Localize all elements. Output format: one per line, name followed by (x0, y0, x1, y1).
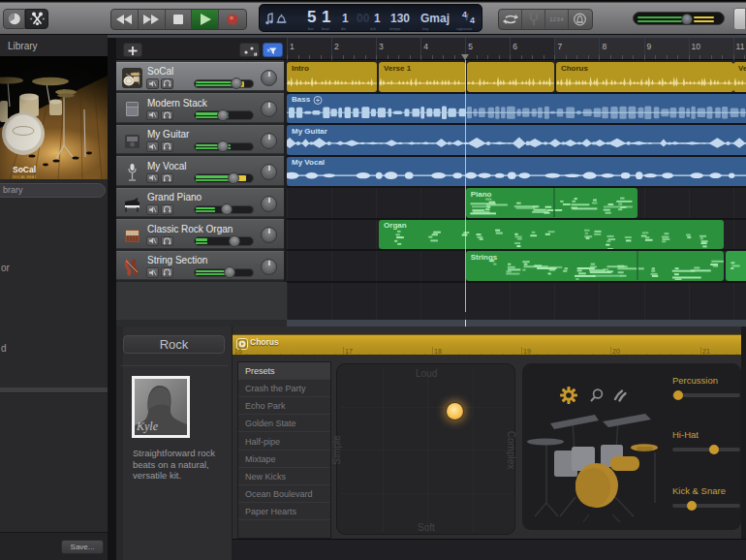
svg-text:SOCAL BEAT: SOCAL BEAT (13, 174, 37, 179)
svg-text:Kyle: Kyle (136, 420, 159, 433)
svg-text:SoCal: SoCal (13, 165, 36, 174)
